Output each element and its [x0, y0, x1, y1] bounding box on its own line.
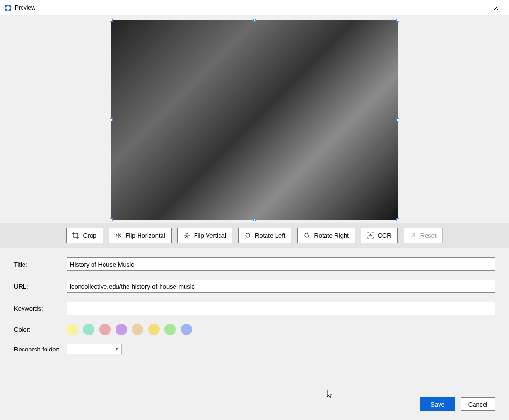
resize-handle-bl[interactable]: [110, 218, 113, 221]
resize-handle-tr[interactable]: [396, 19, 399, 22]
flip-vertical-button[interactable]: Flip Vertical: [177, 228, 232, 243]
label-color: Color:: [14, 326, 60, 333]
close-icon: [494, 5, 498, 10]
row-title: Title:: [14, 257, 495, 271]
preview-image-selection[interactable]: [111, 20, 398, 220]
preview-area: [0, 15, 509, 223]
resize-handle-bm[interactable]: [253, 218, 256, 221]
close-button[interactable]: [487, 2, 505, 13]
keywords-input[interactable]: [67, 302, 495, 315]
label-keywords: Keywords:: [14, 305, 60, 312]
color-swatch-6[interactable]: [164, 324, 176, 335]
color-swatches: [67, 324, 192, 335]
crop-icon: [72, 232, 79, 239]
row-url: URL:: [14, 280, 495, 293]
url-input[interactable]: [67, 280, 495, 293]
color-swatch-3[interactable]: [116, 324, 127, 335]
color-swatch-1[interactable]: [83, 324, 94, 335]
color-swatch-7[interactable]: [181, 324, 192, 335]
cancel-label: Cancel: [468, 401, 487, 408]
row-research-folder: Research folder:: [14, 344, 495, 354]
crop-label: Crop: [83, 232, 96, 239]
row-keywords: Keywords:: [14, 302, 495, 315]
rotate-right-button[interactable]: Rotate Right: [297, 228, 355, 243]
rotate-left-label: Rotate Left: [255, 232, 286, 239]
flip-horizontal-label: Flip Horizontal: [126, 232, 165, 239]
save-button[interactable]: Save: [420, 397, 455, 411]
row-color: Color:: [14, 324, 495, 335]
ocr-button[interactable]: OCR: [361, 228, 398, 243]
rotate-left-button[interactable]: Rotate Left: [238, 228, 292, 243]
ocr-icon: [367, 232, 374, 239]
rotate-left-icon: [244, 232, 251, 239]
color-swatch-4[interactable]: [132, 324, 143, 335]
reset-button: Reset: [404, 228, 443, 243]
flip-horizontal-button[interactable]: Flip Horizontal: [109, 228, 172, 243]
research-folder-select[interactable]: [67, 344, 122, 354]
preview-image: [111, 20, 398, 220]
color-swatch-2[interactable]: [99, 324, 111, 335]
reset-label: Reset: [420, 232, 437, 239]
titlebar: Preview: [0, 0, 509, 15]
preview-window: Preview Crop: [0, 0, 509, 420]
form-area: Title: URL: Keywords: Color:: [0, 248, 509, 395]
resize-handle-mr[interactable]: [396, 118, 399, 121]
label-title: Title:: [14, 261, 60, 268]
save-label: Save: [430, 401, 445, 408]
ocr-label: OCR: [378, 232, 392, 239]
flip-vertical-label: Flip Vertical: [194, 232, 226, 239]
color-swatch-5[interactable]: [148, 324, 160, 335]
app-icon: [4, 4, 12, 12]
rotate-right-label: Rotate Right: [314, 232, 348, 239]
resize-handle-tl[interactable]: [110, 19, 113, 22]
reset-icon: [410, 232, 416, 239]
footer: Save Cancel: [0, 395, 509, 420]
resize-handle-tm[interactable]: [253, 19, 256, 22]
flip-vertical-icon: [184, 232, 190, 239]
label-url: URL:: [14, 283, 60, 290]
label-research-folder: Research folder:: [14, 346, 60, 353]
resize-handle-br[interactable]: [396, 218, 399, 221]
title-input[interactable]: [67, 257, 495, 271]
color-swatch-0[interactable]: [67, 324, 78, 335]
crop-button[interactable]: Crop: [66, 228, 103, 243]
resize-handle-ml[interactable]: [110, 118, 113, 121]
chevron-down-icon: [113, 345, 120, 353]
flip-horizontal-icon: [115, 232, 122, 239]
svg-point-4: [6, 5, 11, 10]
image-toolbar: Crop Flip Horizontal Flip Vertical Rotat…: [0, 223, 509, 248]
window-title: Preview: [15, 4, 35, 11]
rotate-right-icon: [303, 232, 310, 239]
cancel-button[interactable]: Cancel: [461, 397, 495, 411]
